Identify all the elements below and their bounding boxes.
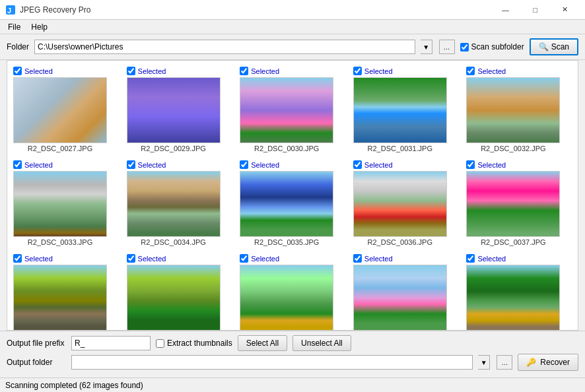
extract-thumbnails-checkbox[interactable] [156,339,164,348]
image-cell: SelectedR2_DSC_0030.JPG [236,63,349,156]
image-checkbox[interactable] [240,160,248,169]
image-thumbnail[interactable] [353,265,447,331]
image-thumbnail[interactable] [240,171,333,237]
image-thumbnail[interactable] [13,265,107,331]
image-checkbox[interactable] [127,160,135,169]
image-filename: R2_DSC_0036.JPG [353,238,447,246]
folder-dropdown-button[interactable]: ▼ [421,40,432,54]
output-browse-button[interactable]: … [497,355,512,370]
image-checkbox[interactable] [13,67,22,75]
cell-header: Selected [353,254,393,263]
cell-header: Selected [13,67,53,75]
cell-header: Selected [353,67,393,75]
unselect-all-button[interactable]: Unselect All [292,335,351,351]
svg-text:J: J [7,7,11,15]
image-checkbox[interactable] [13,160,22,169]
extract-thumbnails-label[interactable]: Extract thumbnails [156,339,232,348]
image-thumbnail[interactable] [127,77,221,143]
cell-header: Selected [466,254,506,263]
folder-label: Folder [7,42,29,51]
image-cell: SelectedR2_DSC_0034.JPG [123,157,236,249]
scan-icon: 🔍 [539,42,549,51]
image-thumbnail[interactable] [466,171,560,237]
recover-icon: 🔑 [526,358,536,367]
image-checkbox[interactable] [353,67,362,75]
image-cell: SelectedR2_DSC_0036.JPG [350,157,462,249]
image-thumbnail[interactable] [353,77,447,143]
select-all-button[interactable]: Select All [238,335,287,351]
image-checkbox[interactable] [13,254,22,263]
selected-label: Selected [24,255,53,263]
image-thumbnail[interactable] [13,171,107,237]
selected-label: Selected [477,161,506,169]
scan-button[interactable]: 🔍 Scan [530,38,578,55]
image-checkbox[interactable] [127,67,135,75]
image-thumbnail[interactable] [13,77,107,143]
image-checkbox[interactable] [240,67,248,75]
scan-subfolder-checkbox[interactable] [460,43,469,51]
image-cell: SelectedR2_DSC_0035.JPG [236,157,349,249]
image-thumbnail[interactable] [127,171,221,237]
bottom-panel: Output file prefix Extract thumbnails Se… [0,331,585,377]
prefix-input[interactable] [71,336,151,350]
prefix-row: Output file prefix Extract thumbnails Se… [7,335,578,351]
folder-path-input[interactable] [34,40,415,54]
cell-header: Selected [13,160,53,169]
selected-label: Selected [138,161,166,169]
image-cell: SelectedR2_DSC_0042.JPG [463,251,575,331]
image-filename: R2_DSC_0031.JPG [353,145,447,152]
selected-label: Selected [251,255,279,263]
selected-label: Selected [477,255,506,263]
scan-subfolder-label[interactable]: Scan subfolder [460,42,524,51]
cell-header: Selected [240,254,279,263]
image-checkbox[interactable] [466,67,475,75]
image-thumbnail[interactable] [466,77,560,143]
title-bar: J JPEG Recovery Pro — □ ✕ [0,0,585,20]
close-button[interactable]: ✕ [550,0,580,20]
output-folder-label: Output folder [7,358,66,367]
image-filename: R2_DSC_0037.JPG [466,238,560,246]
image-thumbnail[interactable] [466,265,560,331]
image-thumbnail[interactable] [353,171,447,237]
image-checkbox[interactable] [466,160,475,169]
minimize-button[interactable]: — [491,0,520,20]
scan-subfolder-text: Scan subfolder [471,42,524,51]
recover-label: Recover [540,358,570,367]
prefix-label: Output file prefix [7,339,66,348]
extract-thumbnails-text: Extract thumbnails [167,339,232,348]
recover-button[interactable]: 🔑 Recover [518,354,578,371]
image-checkbox[interactable] [240,254,248,263]
selected-label: Selected [24,161,53,169]
image-cell: SelectedR2_DSC_0037.JPG [463,157,575,249]
image-filename: R2_DSC_0027.JPG [13,145,107,152]
selected-label: Selected [364,161,393,169]
image-thumbnail[interactable] [240,77,333,143]
image-thumbnail[interactable] [127,265,221,331]
image-checkbox[interactable] [466,254,475,263]
cell-header: Selected [240,160,279,169]
image-thumbnail[interactable] [240,265,333,331]
image-checkbox[interactable] [353,254,362,263]
image-cell: SelectedR2_DSC_0041.JPG [350,251,462,331]
image-checkbox[interactable] [353,160,362,169]
menu-file[interactable]: File [3,21,26,33]
cell-header: Selected [466,160,506,169]
image-checkbox[interactable] [127,254,135,263]
output-dropdown-button[interactable]: ▼ [478,355,490,370]
cell-header: Selected [127,67,166,75]
cell-header: Selected [127,254,166,263]
output-folder-input[interactable] [71,355,473,370]
image-cell: SelectedR2_DSC_0039.JPG [123,251,236,331]
maximize-button[interactable]: □ [520,0,550,20]
cell-header: Selected [127,160,166,169]
cell-header: Selected [353,160,393,169]
selected-label: Selected [138,255,166,263]
image-cell: SelectedR2_DSC_0033.JPG [10,157,122,249]
cell-header: Selected [466,67,506,75]
folder-browse-button[interactable]: … [439,40,455,54]
image-cell: SelectedR2_DSC_0040.JPG [236,251,349,331]
window-controls: — □ ✕ [491,0,580,20]
app-title: JPEG Recovery Pro [20,5,487,15]
image-filename: R2_DSC_0030.JPG [240,145,333,152]
menu-help[interactable]: Help [26,21,53,33]
